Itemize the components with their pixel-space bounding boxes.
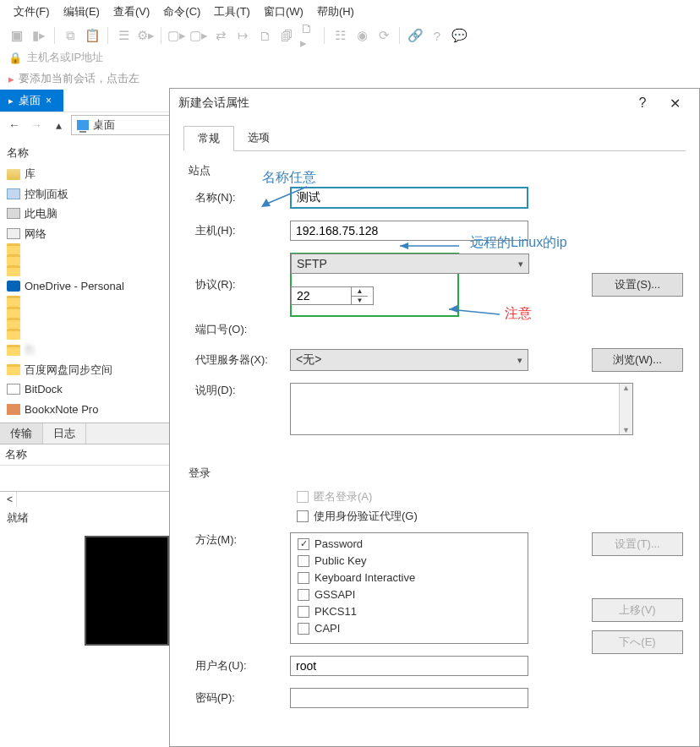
setup-button: 设置(T)... <box>592 532 683 556</box>
tree-item[interactable] <box>3 296 164 307</box>
column-header-name[interactable]: 名称 <box>3 141 164 164</box>
auth-method-label: CAPI <box>314 622 340 635</box>
link-icon[interactable]: 🔗 <box>407 27 424 44</box>
row-host: 主机(H): <box>189 221 681 241</box>
label-host: 主机(H): <box>189 223 290 238</box>
tree-item[interactable] <box>3 265 164 276</box>
file-icon <box>7 404 20 415</box>
tool-icon[interactable]: ☰ <box>115 27 132 44</box>
doc-icon[interactable]: 🗋 <box>256 27 273 44</box>
terminal-panel[interactable] <box>85 536 169 646</box>
tree-item[interactable]: 控制面板 <box>3 184 164 204</box>
proxy-select[interactable]: <无> ▾ <box>290 349 528 371</box>
anon-login-check[interactable]: 匿名登录(A) <box>297 489 681 504</box>
protocol-select[interactable]: SFTP ▾ <box>291 254 529 274</box>
copy-icon[interactable]: ⧉ <box>62 27 79 44</box>
up-icon[interactable]: ▴ <box>49 116 68 134</box>
section-title-site: 站点 <box>189 163 681 178</box>
play-icon[interactable]: ▢▸ <box>168 27 185 44</box>
menu-help[interactable]: 帮助(H) <box>310 2 361 22</box>
scrollbar[interactable]: ▲▼ <box>619 384 632 434</box>
tree-item[interactable] <box>3 307 164 318</box>
separator <box>54 27 55 44</box>
docs-icon[interactable]: 🗐 <box>278 27 295 44</box>
refresh-icon[interactable]: ⟳ <box>375 27 392 44</box>
menu-window[interactable]: 窗口(W) <box>257 2 310 22</box>
file-icon <box>7 169 20 180</box>
tree-item[interactable] <box>3 254 164 265</box>
record-icon[interactable]: ▢▸ <box>190 27 207 44</box>
file-icon <box>7 188 20 199</box>
file-icon <box>7 265 20 276</box>
folder-icon[interactable]: ▮▸ <box>30 27 47 44</box>
port-input[interactable] <box>292 287 351 304</box>
send-icon[interactable]: ↦ <box>234 27 251 44</box>
tree-item[interactable]: 此电脑 <box>3 204 164 223</box>
close-icon[interactable]: × <box>46 95 52 106</box>
desktop-tab[interactable]: ▸ 桌面 × <box>0 90 63 112</box>
host-input[interactable] <box>290 221 528 241</box>
username-input[interactable] <box>290 656 528 676</box>
auth-method-item[interactable]: ✓Password <box>298 537 521 550</box>
password-input[interactable] <box>290 688 528 708</box>
auth-method-list[interactable]: ✓PasswordPublic KeyKeyboard InteractiveG… <box>290 532 528 644</box>
tree-item[interactable]: 库 <box>3 164 164 183</box>
auth-method-item[interactable]: GSSAPI <box>298 588 521 601</box>
move-down-button: 下へ(E) <box>592 630 683 654</box>
tree-item[interactable]: BookxNote Pro <box>3 400 164 419</box>
auth-method-label: GSSAPI <box>314 588 355 601</box>
chat-icon[interactable]: 💬 <box>451 27 468 44</box>
menu-tools[interactable]: 工具(T) <box>207 2 257 22</box>
address-input[interactable]: 主机名或IP地址 <box>27 50 103 65</box>
back-icon[interactable]: ← <box>5 116 24 134</box>
swirl-icon[interactable]: ◉ <box>353 27 370 44</box>
separator <box>161 27 161 44</box>
tree-item[interactable]: BitDock <box>3 379 164 399</box>
close-button[interactable]: ✕ <box>659 95 691 112</box>
transfer-icon[interactable]: ⇄ <box>212 27 229 44</box>
spin-buttons[interactable]: ▲▼ <box>351 287 368 304</box>
desc-textarea[interactable]: ▲▼ <box>290 383 633 435</box>
new-icon[interactable]: ▣ <box>8 27 25 44</box>
file-icon <box>7 307 20 318</box>
auth-method-item[interactable]: Keyboard Interactive <box>298 571 521 584</box>
toolbar: ▣ ▮▸ ⧉ 📋 ☰ ⚙▸ ▢▸ ▢▸ ⇄ ↦ 🗋 🗐 🗋▸ ☷ ◉ ⟳ 🔗 ?… <box>0 24 700 47</box>
help-button[interactable]: ? <box>626 95 659 111</box>
tab-general[interactable]: 常规 <box>183 126 234 151</box>
label-password: 密码(P): <box>189 690 290 706</box>
tree-item[interactable] <box>3 318 164 329</box>
tree-item[interactable]: 百度网盘同步空间 <box>3 360 164 379</box>
gear-icon[interactable]: ⚙▸ <box>137 27 154 44</box>
menu-edit[interactable]: 编辑(E) <box>57 2 107 22</box>
tree-item-label: 数 <box>25 340 36 359</box>
tree-item[interactable]: OneDrive - Personal <box>3 276 164 296</box>
tab-log[interactable]: 日志 <box>43 423 86 444</box>
tree-item[interactable] <box>3 329 164 340</box>
tree-item[interactable] <box>3 243 164 254</box>
tree-item[interactable]: 数 <box>3 340 164 359</box>
auth-method-item[interactable]: Public Key <box>298 554 521 567</box>
name-input[interactable] <box>290 187 528 209</box>
auth-method-item[interactable]: PKCS11 <box>298 605 521 618</box>
menu-view[interactable]: 查看(V) <box>107 2 156 22</box>
row-desc: 说明(D): ▲▼ <box>189 383 681 435</box>
section-title-login: 登录 <box>189 466 681 481</box>
checkbox-icon <box>298 606 309 618</box>
tab-options[interactable]: 选项 <box>234 126 283 150</box>
tab-transfer[interactable]: 传输 <box>0 423 43 444</box>
list-icon[interactable]: ☷ <box>331 27 348 44</box>
auth-method-item[interactable]: CAPI <box>298 622 521 635</box>
menu-file[interactable]: 文件(F) <box>7 2 57 22</box>
page-icon[interactable]: 🗋▸ <box>300 27 317 44</box>
paste-icon[interactable]: 📋 <box>84 27 101 44</box>
browse-button[interactable]: 浏览(W)... <box>592 348 683 372</box>
settings-button[interactable]: 设置(S)... <box>592 273 683 297</box>
menu-command[interactable]: 命令(C) <box>156 2 207 22</box>
file-icon <box>7 243 20 254</box>
protocol-value: SFTP <box>297 257 327 270</box>
port-spinner[interactable]: ▲▼ <box>291 286 374 305</box>
help-icon[interactable]: ? <box>429 27 446 44</box>
use-agent-check[interactable]: 使用身份验证代理(G) <box>297 509 681 524</box>
tree-item[interactable]: 网络 <box>3 224 164 243</box>
forward-icon[interactable]: → <box>27 116 46 134</box>
